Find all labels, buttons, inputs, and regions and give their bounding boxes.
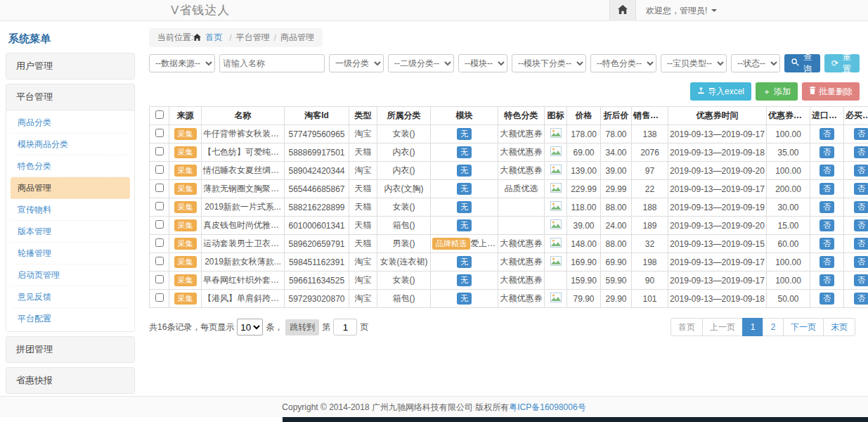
page-size-select[interactable]: 10 bbox=[237, 319, 263, 335]
filter-select-level1-category[interactable]: 一级分类 bbox=[329, 54, 384, 72]
module-badge: 无 bbox=[457, 165, 472, 177]
icon-cell bbox=[545, 253, 567, 271]
type-cell: 天猫 bbox=[349, 180, 377, 198]
reset-button[interactable]: ⟳ 重置 bbox=[824, 54, 860, 72]
page-button-2[interactable]: 2 bbox=[763, 318, 784, 336]
import-excel-button[interactable]: 导入excel bbox=[690, 82, 751, 101]
breadcrumb-prefix: 当前位置: bbox=[157, 32, 193, 44]
row-checkbox[interactable] bbox=[155, 275, 164, 283]
coupon-time-cell: 2019-09-13—2019-09-18 bbox=[668, 290, 767, 308]
must-buy-toggle[interactable]: 否 bbox=[854, 165, 868, 177]
source-cell: 采集 bbox=[169, 235, 202, 253]
batch-delete-button[interactable]: 批量删除 bbox=[802, 82, 860, 101]
import-select-toggle[interactable]: 否 bbox=[820, 238, 834, 250]
row-select-cell bbox=[150, 217, 169, 235]
sales-count-cell: 189 bbox=[632, 217, 668, 235]
must-buy-toggle[interactable]: 否 bbox=[854, 238, 868, 250]
discount-price-cell: 69.90 bbox=[601, 253, 632, 271]
sidebar-subitem-版本管理[interactable]: 版本管理 bbox=[11, 221, 130, 243]
sidebar-subitem-特色分类[interactable]: 特色分类 bbox=[11, 155, 130, 177]
query-button[interactable]: 查询 bbox=[784, 54, 820, 72]
import-select-toggle[interactable]: 否 bbox=[820, 201, 834, 213]
sidebar-item-平台管理[interactable]: 平台管理 bbox=[6, 84, 134, 110]
filter-select-special-category[interactable]: --特色分类-- bbox=[590, 54, 656, 72]
breadcrumb: 当前位置: 首页 / 平台管理 / 商品管理 bbox=[149, 28, 323, 47]
must-buy-cell: 否 bbox=[844, 162, 868, 180]
page-button-1[interactable]: 1 bbox=[742, 318, 763, 336]
home-button[interactable] bbox=[609, 0, 636, 21]
filter-select-module[interactable]: --模块-- bbox=[458, 54, 507, 72]
sidebar-subitem-启动页管理[interactable]: 启动页管理 bbox=[11, 264, 130, 286]
page-button-首页[interactable]: 首页 bbox=[671, 318, 703, 336]
filter-select-level2-category[interactable]: --二级分类-- bbox=[388, 54, 454, 72]
must-buy-toggle[interactable]: 否 bbox=[854, 201, 868, 213]
sidebar-subitem-轮播管理[interactable]: 轮播管理 bbox=[11, 243, 130, 264]
must-buy-toggle[interactable]: 否 bbox=[854, 146, 868, 158]
filter-select-item-type[interactable]: --宝贝类型-- bbox=[661, 54, 727, 72]
sidebar-subitem-商品管理[interactable]: 商品管理 bbox=[11, 177, 130, 199]
sidebar-subitem-商品分类[interactable]: 商品分类 bbox=[11, 112, 130, 134]
breadcrumb-home-link[interactable]: 首页 bbox=[205, 32, 222, 44]
page-button-下一页[interactable]: 下一页 bbox=[783, 318, 824, 336]
sidebar-title: 系统菜单 bbox=[6, 30, 135, 53]
icp-link[interactable]: 粤ICP备16098006号 bbox=[509, 402, 585, 412]
import-select-cell: 否 bbox=[810, 253, 844, 271]
sidebar-subitem-意见反馈[interactable]: 意见反馈 bbox=[11, 286, 130, 308]
price-cell: 169.90 bbox=[567, 253, 601, 271]
row-checkbox[interactable] bbox=[155, 184, 164, 192]
module-cell: 无 bbox=[431, 290, 498, 308]
import-select-toggle[interactable]: 否 bbox=[820, 293, 834, 305]
sidebar-item-省惠快报[interactable]: 省惠快报 bbox=[6, 368, 134, 393]
source-badge: 采集 bbox=[174, 146, 197, 158]
must-buy-toggle[interactable]: 否 bbox=[854, 183, 868, 195]
sidebar-subitem-模块商品分类[interactable]: 模块商品分类 bbox=[11, 134, 130, 155]
sales-count-cell: 188 bbox=[632, 198, 668, 217]
must-buy-toggle[interactable]: 否 bbox=[854, 256, 868, 268]
pagination-bar: 共16条记录，每页显示 10 条， 跳转到 第 页 首页上一页12下一页末页 bbox=[149, 318, 860, 336]
row-checkbox[interactable] bbox=[155, 147, 164, 155]
filter-select-status[interactable]: --状态-- bbox=[731, 54, 780, 72]
sidebar-item-用户管理[interactable]: 用户管理 bbox=[6, 53, 134, 79]
must-buy-cell: 否 bbox=[844, 290, 868, 308]
import-select-toggle[interactable]: 否 bbox=[820, 274, 834, 286]
coupon-time-cell: 2019-09-13—2019-09-17 bbox=[668, 271, 767, 290]
row-checkbox[interactable] bbox=[155, 165, 164, 174]
jump-button[interactable]: 跳转到 bbox=[285, 319, 319, 335]
import-select-toggle[interactable]: 否 bbox=[820, 165, 834, 177]
row-checkbox[interactable] bbox=[155, 129, 164, 137]
must-buy-toggle[interactable]: 否 bbox=[854, 293, 868, 305]
filter-select-module-sub-category[interactable]: --模块下分类-- bbox=[512, 54, 586, 72]
row-checkbox[interactable] bbox=[155, 238, 164, 247]
row-checkbox[interactable] bbox=[155, 293, 164, 302]
import-select-toggle[interactable]: 否 bbox=[820, 256, 834, 268]
icon-cell bbox=[545, 290, 567, 308]
user-menu[interactable]: 欢迎您，管理员! bbox=[636, 0, 868, 21]
module-cell: 品牌精选爱上运动 bbox=[431, 235, 498, 253]
select-all-checkbox[interactable] bbox=[155, 110, 164, 119]
import-select-toggle[interactable]: 否 bbox=[820, 219, 834, 231]
must-buy-toggle[interactable]: 否 bbox=[854, 274, 868, 286]
import-select-toggle[interactable]: 否 bbox=[820, 128, 834, 140]
add-button[interactable]: ＋ 添加 bbox=[756, 82, 798, 101]
module-badge: 无 bbox=[457, 146, 472, 158]
sidebar: 系统菜单 用户管理平台管理商品分类模块商品分类特色分类商品管理宣传物料版本管理轮… bbox=[0, 21, 141, 400]
special-category-cell bbox=[498, 217, 545, 235]
must-buy-toggle[interactable]: 否 bbox=[854, 219, 868, 231]
import-select-toggle[interactable]: 否 bbox=[820, 183, 834, 195]
column-header-所属分类: 所属分类 bbox=[377, 107, 431, 125]
name-search-input[interactable] bbox=[219, 54, 325, 72]
product-image-icon bbox=[550, 238, 562, 248]
sidebar-item-拼团管理[interactable]: 拼团管理 bbox=[6, 337, 134, 362]
sidebar-subitem-平台配置[interactable]: 平台配置 bbox=[11, 308, 130, 330]
sidebar-subitem-宣传物料[interactable]: 宣传物料 bbox=[11, 199, 130, 221]
filter-select-data-source[interactable]: --数据来源-- bbox=[149, 54, 215, 72]
row-checkbox[interactable] bbox=[155, 202, 164, 210]
must-buy-toggle[interactable]: 否 bbox=[854, 128, 868, 140]
row-checkbox[interactable] bbox=[155, 257, 164, 265]
import-select-toggle[interactable]: 否 bbox=[820, 146, 834, 158]
page-button-上一页[interactable]: 上一页 bbox=[702, 318, 743, 336]
product-image-icon bbox=[550, 128, 562, 138]
jump-page-input[interactable] bbox=[333, 319, 357, 335]
page-button-末页[interactable]: 末页 bbox=[823, 318, 855, 336]
row-checkbox[interactable] bbox=[155, 220, 164, 229]
